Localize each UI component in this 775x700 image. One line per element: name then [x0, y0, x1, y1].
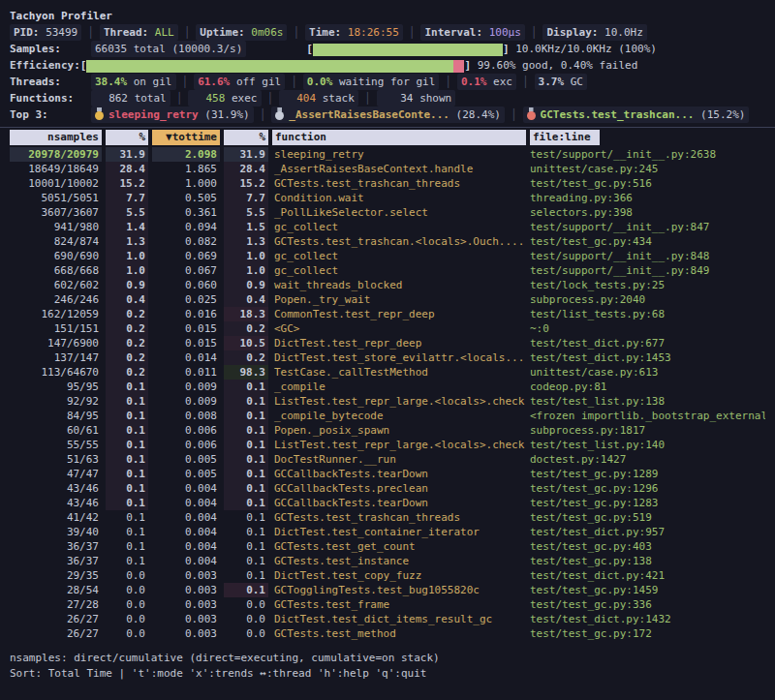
table-row[interactable]: 668/6681.00.0671.0gc_collecttest/support…: [10, 263, 765, 278]
table-row[interactable]: 26/270.00.0030.0DictTest.test_dict_items…: [10, 612, 765, 626]
function-name: DictTest.test_store_evilattr.<locals...: [272, 350, 526, 365]
table-row[interactable]: 51/630.10.0050.1DocTestRunner.__rundocte…: [10, 452, 765, 467]
tottime-cell: 0.361: [152, 205, 220, 220]
top3-pct-3: (15.2%): [700, 108, 745, 121]
tottime-cell: 0.003: [152, 583, 220, 597]
table-row[interactable]: 162/120590.20.01618.3CommonTest.test_rep…: [10, 307, 765, 321]
column-header-pct-cumulative[interactable]: %: [224, 130, 268, 145]
pct-direct-cell: 0.0: [106, 612, 148, 626]
function-name: GCTests.test_trashcan.<locals>.Ouch....: [272, 234, 526, 249]
tottime-cell: 0.009: [152, 394, 220, 409]
column-header-function[interactable]: function: [272, 130, 526, 145]
column-header-file-line[interactable]: file:line: [530, 130, 600, 145]
file-line: test/test_gc.py:403: [530, 539, 765, 554]
nsamples-cell: 43/46: [10, 496, 102, 510]
tottime-cell: 0.094: [152, 220, 220, 234]
table-row[interactable]: 95/950.10.0090.1_compilecodeop.py:81: [10, 380, 765, 394]
time-field: Time: 18:26:55: [305, 24, 403, 41]
table-row[interactable]: 18649/1864928.41.86528.4_AssertRaisesBas…: [10, 162, 765, 176]
pct-cumulative-cell: 0.1: [224, 423, 268, 438]
thread-field[interactable]: Thread: ALL: [100, 24, 178, 41]
file-line: test/test_gc.py:1289: [530, 467, 765, 481]
table-row[interactable]: 39/400.10.0040.1DictTest.test_container_…: [10, 525, 765, 539]
table-row[interactable]: 5051/50517.70.5057.7Condition.waitthread…: [10, 191, 765, 205]
table-row[interactable]: 690/6901.00.0691.0gc_collecttest/support…: [10, 249, 765, 263]
waiting-gil-unit: waiting for gil: [339, 76, 435, 88]
table-row[interactable]: 113/646700.20.01198.3TestCase._callTestM…: [10, 365, 765, 380]
table-row[interactable]: 41/420.10.0040.1GCTests.test_trashcan_th…: [10, 510, 765, 525]
tottime-cell: 0.069: [152, 249, 220, 263]
table-row[interactable]: 47/470.10.0050.1GCCallbackTests.tearDown…: [10, 467, 765, 481]
pct-cumulative-cell: 15.2: [224, 176, 268, 191]
file-line: test/test_gc.py:1283: [530, 496, 765, 510]
tottime-cell: 0.025: [152, 292, 220, 307]
threads-label: Threads:: [10, 74, 91, 90]
pct-direct-cell: 31.9: [106, 147, 148, 162]
pct-cumulative-cell: 0.0: [224, 612, 268, 626]
nsamples-cell: 84/95: [10, 409, 102, 423]
column-header-nsamples[interactable]: nsamples: [10, 130, 102, 145]
table-header: nsamples % ▼tottime % function file:line: [10, 130, 765, 145]
file-line: test/test_gc.py:519: [530, 510, 765, 525]
nsamples-cell: 60/61: [10, 423, 102, 438]
function-name: _compile: [272, 380, 526, 394]
profile-table: 20978/2097931.92.09831.9sleeping_retryte…: [10, 147, 765, 641]
functions-exec: 458 exec: [188, 90, 261, 107]
table-row[interactable]: 147/69000.20.01510.5DictTest.test_repr_d…: [10, 336, 765, 350]
uptime-field: Uptime: 0m06s: [196, 24, 287, 41]
pid-label: PID:: [14, 26, 40, 39]
pct-direct-cell: 0.0: [106, 568, 148, 583]
separator: │: [511, 108, 517, 121]
pct-cumulative-cell: 1.3: [224, 234, 268, 249]
table-row[interactable]: 43/460.10.0040.1GCCallbackTests.preclean…: [10, 481, 765, 496]
pct-direct-cell: 1.4: [106, 220, 148, 234]
table-row[interactable]: 36/370.10.0040.1GCTests.test_instancetes…: [10, 554, 765, 568]
functions-total: 862 total: [91, 90, 170, 107]
pct-cumulative-cell: 31.9: [224, 147, 268, 162]
table-row[interactable]: 10001/1000215.21.00015.2GCTests.test_tra…: [10, 176, 765, 191]
table-row[interactable]: 602/6020.90.0600.9wait_threads_blockedte…: [10, 278, 765, 292]
function-name: Popen._try_wait: [272, 292, 526, 307]
table-row[interactable]: 20978/2097931.92.09831.9sleeping_retryte…: [10, 147, 765, 162]
time-label: Time:: [309, 26, 341, 39]
top3-pct-2: (28.4%): [456, 108, 501, 121]
table-row[interactable]: 92/920.10.0090.1ListTest.test_repr_large…: [10, 394, 765, 409]
separator: │: [176, 92, 183, 105]
table-row[interactable]: 3607/36075.50.3615.5_PollLikeSelector.se…: [10, 205, 765, 220]
pct-direct-cell: 0.1: [106, 539, 148, 554]
table-row[interactable]: 84/950.10.0080.1_compile_bytecode<frozen…: [10, 409, 765, 423]
file-line: test/test_gc.py:1459: [530, 583, 765, 597]
table-row[interactable]: 151/1510.20.0150.2<GC>~:0: [10, 321, 765, 336]
nsamples-cell: 92/92: [10, 394, 102, 409]
table-row[interactable]: 43/460.10.0040.1GCCallbackTests.tearDown…: [10, 496, 765, 510]
pct-direct-cell: 1.0: [106, 263, 148, 278]
column-header-tottime-sorted[interactable]: ▼tottime: [152, 130, 220, 145]
pct-direct-cell: 0.2: [106, 336, 148, 350]
table-row[interactable]: 26/270.00.0030.0GCTests.test_methodtest/…: [10, 626, 765, 641]
table-row[interactable]: 27/280.00.0030.0GCTests.test_frametest/t…: [10, 597, 765, 612]
functions-shown: 34 shown: [377, 90, 456, 107]
table-row[interactable]: 60/610.10.0060.1Popen._posix_spawnsubpro…: [10, 423, 765, 438]
pct-cumulative-cell: 0.1: [224, 452, 268, 467]
pct-direct-cell: 0.2: [106, 321, 148, 336]
table-row[interactable]: 824/8741.30.0821.3GCTests.test_trashcan.…: [10, 234, 765, 249]
file-line: test/test_gc.py:516: [530, 176, 765, 191]
pct-cumulative-cell: 10.5: [224, 336, 268, 350]
nsamples-cell: 95/95: [10, 380, 102, 394]
column-header-pct-direct[interactable]: %: [106, 130, 148, 145]
status-bar: PID: 53499│Thread: ALL│Uptime: 0m06s│Tim…: [10, 24, 765, 41]
table-row[interactable]: 55/550.10.0060.1ListTest.test_repr_large…: [10, 438, 765, 452]
bar-open-bracket: [: [80, 59, 87, 72]
table-row[interactable]: 246/2460.40.0250.4Popen._try_waitsubproc…: [10, 292, 765, 307]
off-gil-unit: off gil: [236, 76, 281, 88]
table-row[interactable]: 36/370.10.0040.1GCTests.test_get_countte…: [10, 539, 765, 554]
pct-direct-cell: 0.4: [106, 292, 148, 307]
table-row[interactable]: 29/350.00.0030.1DictTest.test_copy_fuzzt…: [10, 568, 765, 583]
pct-direct-cell: 0.1: [106, 409, 148, 423]
table-row[interactable]: 28/540.00.0030.1GCTogglingTests.test_bug…: [10, 583, 765, 597]
interval-field: Interval: 100μs: [420, 24, 524, 41]
table-row[interactable]: 137/1470.20.0140.2DictTest.test_store_ev…: [10, 350, 765, 365]
function-name: GCTests.test_instance: [272, 554, 526, 568]
table-row[interactable]: 941/9801.40.0941.5gc_collecttest/support…: [10, 220, 765, 234]
tottime-cell: 0.015: [152, 336, 220, 350]
